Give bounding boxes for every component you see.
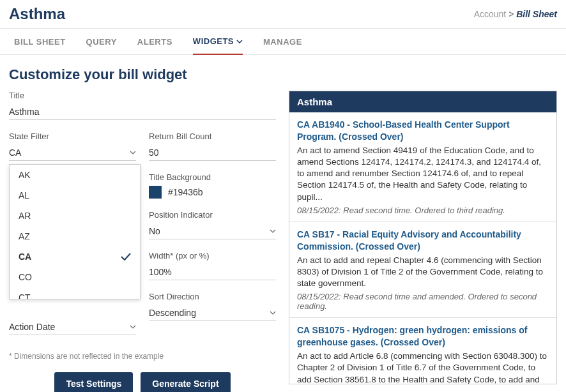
tab-alerts[interactable]: ALERTS: [137, 36, 172, 54]
bill-item[interactable]: CA SB1075 - Hydrogen: green hydrogen: em…: [289, 318, 556, 384]
bill-status: 08/15/2022: Read second time. Ordered to…: [297, 206, 549, 215]
bill-desc: An act to add and repeal Chapter 4.6 (co…: [297, 255, 549, 290]
page-title-main: Asthma: [9, 5, 65, 23]
bill-desc: An act to amend Section 49419 of the Edu…: [297, 145, 549, 203]
chevron-down-icon: [130, 325, 136, 329]
breadcrumb-billsheet[interactable]: Bill Sheet: [516, 9, 557, 19]
tabs: BILL SHEET QUERY ALERTS WIDGETS MANAGE: [0, 29, 566, 55]
chevron-down-icon: [130, 151, 136, 155]
tab-bill-sheet[interactable]: BILL SHEET: [14, 36, 66, 54]
state-dropdown-list[interactable]: AK AL AR AZ CA CO CT: [10, 165, 140, 299]
title-bg-label: Title Background: [149, 172, 276, 182]
chevron-down-icon: [270, 311, 276, 315]
preview-title: Asthma: [289, 91, 556, 112]
width-input[interactable]: [149, 264, 276, 280]
breadcrumb-sep: >: [509, 9, 514, 19]
state-option-ca[interactable]: CA: [10, 246, 140, 267]
bill-title[interactable]: CA AB1940 - School-Based Health Center S…: [297, 119, 549, 143]
position-indicator-label: Position Indicator: [149, 210, 276, 220]
state-option-al[interactable]: AL: [10, 185, 140, 206]
sort-direction-value: Descending: [149, 308, 196, 318]
state-filter-value: CA: [9, 147, 21, 158]
return-count-input[interactable]: [149, 145, 276, 161]
state-option-ct[interactable]: CT: [10, 287, 140, 299]
width-label: Width* (px or %): [149, 251, 276, 260]
chevron-down-icon: [270, 229, 276, 233]
bill-title[interactable]: CA SB1075 - Hydrogen: green hydrogen: em…: [297, 324, 549, 349]
tab-query[interactable]: QUERY: [86, 36, 117, 54]
chevron-down-icon: [236, 40, 243, 43]
bill-desc: An act to add Article 6.8 (commencing wi…: [297, 351, 549, 384]
check-icon: [121, 253, 131, 260]
sort-direction-select[interactable]: Descending: [149, 305, 276, 321]
color-hex: #19436b: [168, 187, 203, 197]
color-swatch[interactable]: [149, 186, 162, 199]
generate-script-button[interactable]: Generate Script: [141, 372, 230, 392]
form-panel: Title State Filter CA Action Date: [9, 91, 276, 392]
sort-direction-label: Sort Direction: [149, 292, 276, 301]
return-count-label: Return Bill Count: [149, 132, 276, 141]
state-option-ak[interactable]: AK: [10, 165, 140, 185]
state-dropdown: AK AL AR AZ CA CO CT: [9, 164, 141, 299]
test-settings-button[interactable]: Test Settings: [54, 372, 133, 392]
state-option-co[interactable]: CO: [10, 267, 140, 287]
action-date-select[interactable]: Action Date: [9, 319, 136, 335]
breadcrumb-account[interactable]: Account: [474, 9, 507, 19]
tab-manage[interactable]: MANAGE: [263, 36, 302, 54]
title-label: Title: [9, 91, 276, 100]
position-indicator-select[interactable]: No: [149, 223, 276, 239]
bill-item[interactable]: CA SB17 - Racial Equity Advisory and Acc…: [289, 222, 556, 318]
action-date-value: Action Date: [9, 322, 55, 332]
state-filter-label: State Filter: [9, 132, 136, 141]
bill-item[interactable]: CA AB1940 - School-Based Health Center S…: [289, 112, 556, 222]
tab-widgets-label: WIDGETS: [193, 36, 234, 46]
header: Asthma Account > Bill Sheet: [0, 0, 566, 29]
state-filter-select[interactable]: CA: [9, 145, 136, 161]
bill-title[interactable]: CA SB17 - Racial Equity Advisory and Acc…: [297, 229, 549, 253]
state-option-ar[interactable]: AR: [10, 206, 140, 226]
tab-widgets[interactable]: WIDGETS: [193, 36, 243, 55]
preview-list[interactable]: CA AB1940 - School-Based Health Center S…: [289, 112, 556, 384]
dimensions-footnote: * Dimensions are not reflected in the ex…: [9, 352, 276, 361]
state-option-az[interactable]: AZ: [10, 226, 140, 246]
preview-panel: Asthma CA AB1940 - School-Based Health C…: [289, 91, 557, 384]
bill-status: 08/15/2022: Read second time and amended…: [297, 292, 549, 311]
breadcrumb: Account > Bill Sheet: [474, 9, 557, 19]
position-indicator-value: No: [149, 226, 160, 236]
title-input[interactable]: [9, 104, 276, 120]
customize-heading: Customize your bill widget: [0, 55, 566, 91]
